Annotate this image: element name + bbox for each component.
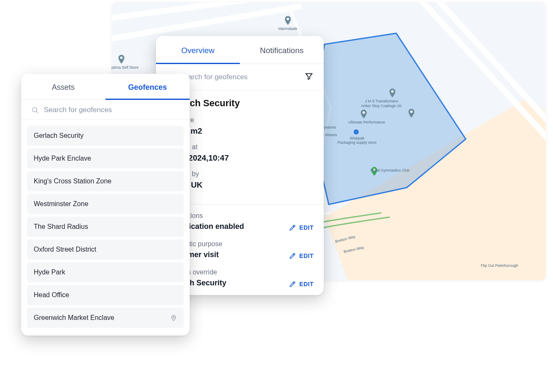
list-item-label: Oxford Street District	[34, 246, 96, 253]
search-icon	[31, 106, 39, 114]
tab-geofences[interactable]: Geofences	[105, 74, 190, 99]
svg-point-9	[362, 111, 365, 114]
edit-label: EDIT	[299, 281, 314, 287]
svg-text:Spiral Gymnastics Club: Spiral Gymnastics Club	[370, 168, 410, 172]
list-tabs: Assets Geofences	[21, 74, 190, 100]
tab-overview[interactable]: Overview	[156, 36, 240, 64]
svg-point-3	[120, 56, 123, 59]
edit-address-button[interactable]: EDIT	[289, 281, 314, 287]
list-item[interactable]: Westminster Zone	[27, 194, 184, 214]
geofence-list-panel: Assets Geofences Gerlach Security Hyde P…	[21, 74, 190, 336]
detail-tabs: Overview Notifications	[156, 36, 324, 64]
list-item[interactable]: King's Cross Station Zone	[27, 171, 184, 191]
list-item[interactable]: Head Office	[27, 285, 184, 305]
filter-icon	[304, 72, 314, 81]
tab-assets[interactable]: Assets	[21, 74, 105, 99]
svg-point-25	[173, 317, 174, 318]
detail-search-input[interactable]	[180, 73, 299, 81]
list-item-label: Hyde Park Enclave	[34, 155, 91, 162]
svg-point-5	[391, 90, 394, 93]
list-search-input[interactable]	[44, 106, 181, 114]
list-item[interactable]: Greenwich Market Enclave	[27, 308, 184, 328]
list-item-label: Greenwich Market Enclave	[34, 314, 114, 322]
list-item-label: Gerlach Security	[34, 132, 83, 140]
list-item-label: King's Cross Station Zone	[34, 177, 111, 185]
geofence-list: Gerlach Security Hyde Park Enclave King'…	[21, 120, 190, 328]
svg-point-8	[410, 110, 413, 113]
list-item[interactable]: Oxford Street District	[27, 239, 184, 260]
svg-text:J M S Transformers: J M S Transformers	[365, 99, 398, 103]
svg-text:Wisepak: Wisepak	[350, 136, 365, 140]
svg-line-24	[36, 111, 38, 113]
edit-notifications-button[interactable]: EDIT	[289, 224, 314, 231]
list-item-label: Head Office	[34, 291, 69, 299]
svg-point-1	[287, 18, 289, 20]
list-item[interactable]: The Shard Radius	[27, 217, 184, 237]
svg-text:Packaging supply store: Packaging supply store	[337, 140, 376, 145]
edit-label: EDIT	[299, 252, 314, 259]
list-search-row	[21, 100, 190, 120]
svg-text:Anker Stuy Coatings UK: Anker Stuy Coatings UK	[361, 104, 402, 108]
edit-label: EDIT	[299, 224, 314, 231]
svg-point-11	[353, 129, 359, 135]
svg-text:Optima Self Store: Optima Self Store	[112, 65, 139, 70]
pencil-icon	[289, 281, 296, 287]
list-item[interactable]: Hyde Park	[27, 262, 184, 282]
svg-point-23	[32, 107, 37, 112]
filter-button[interactable]	[304, 72, 314, 82]
svg-text:Marmalade: Marmalade	[278, 27, 297, 31]
tab-notifications[interactable]: Notifications	[240, 36, 324, 64]
list-item-label: Hyde Park	[34, 268, 65, 276]
list-item-label: Westminster Zone	[34, 200, 89, 208]
list-item[interactable]: Hyde Park Enclave	[27, 148, 184, 169]
pencil-icon	[289, 252, 296, 259]
edit-purpose-button[interactable]: EDIT	[289, 252, 314, 259]
svg-text:Ultimate Performance: Ultimate Performance	[348, 120, 385, 124]
list-item-label: The Shard Radius	[34, 223, 88, 231]
svg-text:Flip Out Peterborough: Flip Out Peterborough	[481, 263, 518, 268]
list-item[interactable]: Gerlach Security	[27, 126, 184, 146]
map-pin-icon	[170, 314, 177, 321]
pencil-icon	[289, 224, 296, 231]
